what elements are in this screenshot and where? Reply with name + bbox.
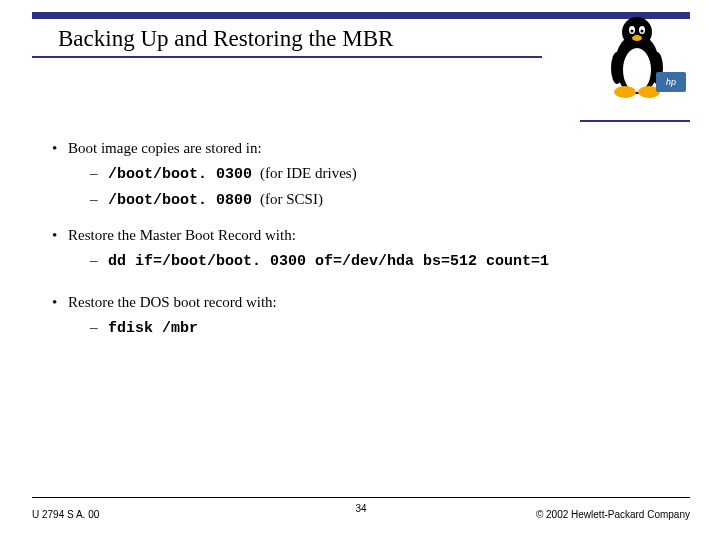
sub-item: – /boot/boot. 0300 (for IDE drives) bbox=[90, 165, 680, 183]
footer-right: © 2002 Hewlett-Packard Company bbox=[536, 509, 690, 520]
svg-point-1 bbox=[623, 48, 651, 92]
sub-marker: – bbox=[90, 319, 108, 336]
bullet-text: Restore the Master Boot Record with: bbox=[68, 227, 296, 244]
title-side-rule bbox=[580, 120, 690, 122]
bullet-group-1: • Boot image copies are stored in: – /bo… bbox=[50, 140, 680, 209]
bullet-item: • Boot image copies are stored in: bbox=[50, 140, 680, 157]
note-text: (for SCSI) bbox=[260, 191, 323, 208]
footer: U 2794 S A. 00 34 © 2002 Hewlett-Packard… bbox=[32, 509, 690, 520]
code-text: dd if=/boot/boot. 0300 of=/dev/hda bs=51… bbox=[108, 253, 549, 270]
bullet-text: Restore the DOS boot record with: bbox=[68, 294, 277, 311]
svg-point-8 bbox=[614, 86, 636, 98]
sub-marker: – bbox=[90, 252, 108, 269]
footer-left: U 2794 S A. 00 bbox=[32, 509, 99, 520]
sub-marker: – bbox=[90, 165, 108, 182]
note-text: (for IDE drives) bbox=[260, 165, 357, 182]
svg-point-6 bbox=[640, 30, 643, 33]
bullet-text: Boot image copies are stored in: bbox=[68, 140, 262, 157]
page-number: 34 bbox=[355, 503, 366, 514]
bullet-item: • Restore the Master Boot Record with: bbox=[50, 227, 680, 244]
hp-logo-badge: hp bbox=[656, 72, 686, 92]
footer-rule bbox=[32, 497, 690, 498]
code-text: /boot/boot. 0300 bbox=[108, 166, 252, 183]
logo-area: hp bbox=[589, 10, 684, 110]
slide-content: • Boot image copies are stored in: – /bo… bbox=[50, 140, 680, 355]
bullet-marker: • bbox=[50, 294, 68, 311]
sub-marker: – bbox=[90, 191, 108, 208]
bullet-group-2: • Restore the Master Boot Record with: –… bbox=[50, 227, 680, 270]
code-text: /boot/boot. 0800 bbox=[108, 192, 252, 209]
bullet-marker: • bbox=[50, 227, 68, 244]
slide-title: Backing Up and Restoring the MBR bbox=[58, 26, 393, 52]
sub-item: – /boot/boot. 0800 (for SCSI) bbox=[90, 191, 680, 209]
title-underline bbox=[32, 56, 542, 58]
sub-item: – dd if=/boot/boot. 0300 of=/dev/hda bs=… bbox=[90, 252, 680, 270]
bullet-item: • Restore the DOS boot record with: bbox=[50, 294, 680, 311]
svg-point-10 bbox=[611, 52, 623, 84]
bullet-marker: • bbox=[50, 140, 68, 157]
code-text: fdisk /mbr bbox=[108, 320, 198, 337]
svg-point-7 bbox=[632, 35, 642, 41]
svg-point-2 bbox=[622, 17, 652, 47]
bullet-group-3: • Restore the DOS boot record with: – fd… bbox=[50, 294, 680, 337]
sub-item: – fdisk /mbr bbox=[90, 319, 680, 337]
svg-point-5 bbox=[630, 30, 633, 33]
